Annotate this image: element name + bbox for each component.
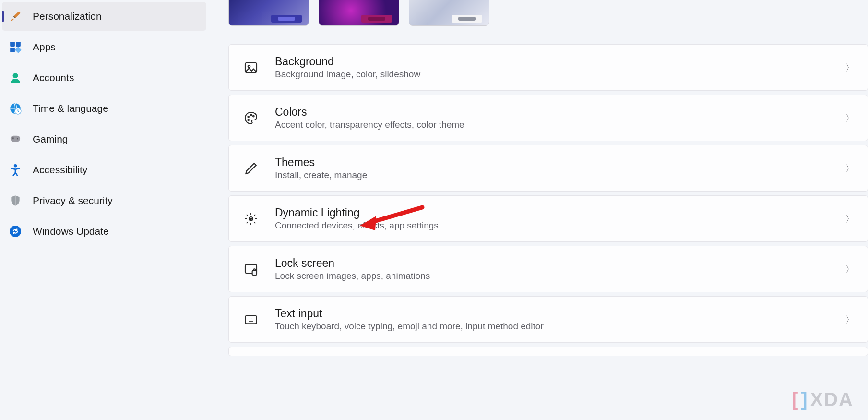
- chevron-right-icon: 〉: [845, 62, 854, 73]
- theme-thumbnail[interactable]: [409, 0, 489, 26]
- svg-rect-2: [10, 48, 15, 52]
- settings-card-text-input[interactable]: Text input Touch keyboard, voice typing,…: [228, 296, 868, 343]
- theme-thumbnail[interactable]: [228, 0, 309, 26]
- svg-line-27: [254, 215, 255, 216]
- lockscreen-icon: [242, 261, 260, 278]
- update-sync-icon: [9, 225, 22, 238]
- brush-icon: [9, 10, 22, 23]
- sidebar-item-label: Accounts: [33, 72, 74, 84]
- settings-card-partial[interactable]: [228, 347, 868, 356]
- svg-point-8: [12, 138, 14, 140]
- sidebar-item-label: Privacy & security: [33, 195, 113, 206]
- sidebar-item-accessibility[interactable]: Accessibility: [2, 156, 206, 184]
- card-title: Lock screen: [275, 257, 840, 270]
- card-title: Dynamic Lighting: [275, 206, 840, 219]
- svg-rect-12: [245, 62, 257, 72]
- card-description: Lock screen images, apps, animations: [275, 271, 840, 281]
- chevron-right-icon: 〉: [845, 213, 854, 225]
- settings-card-themes[interactable]: Themes Install, create, manage 〉: [228, 145, 868, 192]
- keyboard-icon: [242, 311, 260, 328]
- svg-point-9: [17, 138, 18, 140]
- sidebar-item-label: Personalization: [33, 11, 102, 22]
- settings-card-lock-screen[interactable]: Lock screen Lock screen images, apps, an…: [228, 246, 868, 292]
- svg-point-19: [250, 218, 252, 219]
- sidebar-item-label: Apps: [33, 41, 56, 53]
- theme-thumbnail[interactable]: [319, 0, 399, 26]
- apps-icon: [9, 40, 22, 54]
- sidebar-item-apps[interactable]: Apps: [2, 33, 206, 61]
- svg-point-10: [14, 164, 17, 168]
- card-description: Install, create, manage: [275, 170, 840, 180]
- settings-card-background[interactable]: Background Background image, color, slid…: [228, 44, 868, 91]
- svg-point-17: [248, 119, 249, 120]
- svg-line-24: [247, 215, 248, 216]
- sidebar-item-label: Accessibility: [33, 164, 87, 176]
- card-description: Background image, color, slideshow: [275, 69, 840, 80]
- svg-point-13: [248, 65, 250, 68]
- person-icon: [9, 71, 22, 84]
- sidebar-item-windows-update[interactable]: Windows Update: [2, 217, 206, 246]
- chevron-right-icon: 〉: [845, 264, 854, 275]
- card-title: Themes: [275, 156, 840, 169]
- chevron-right-icon: 〉: [845, 314, 854, 325]
- settings-sidebar: Personalization Apps Accounts Time & lan…: [0, 0, 211, 420]
- sidebar-item-label: Windows Update: [33, 226, 109, 237]
- settings-card-dynamic-lighting[interactable]: Dynamic Lighting Connected devices, effe…: [228, 195, 868, 242]
- palette-icon: [242, 109, 260, 127]
- svg-line-26: [247, 222, 248, 223]
- sidebar-item-gaming[interactable]: Gaming: [2, 125, 206, 154]
- svg-rect-29: [252, 270, 257, 275]
- chevron-right-icon: 〉: [845, 163, 854, 174]
- sidebar-item-label: Gaming: [33, 133, 68, 145]
- shield-icon: [9, 194, 22, 207]
- sidebar-item-accounts[interactable]: Accounts: [2, 63, 206, 92]
- gamepad-icon: [9, 132, 22, 146]
- svg-point-4: [13, 73, 18, 78]
- globe-clock-icon: [9, 102, 22, 115]
- sidebar-item-personalization[interactable]: Personalization: [2, 2, 206, 31]
- svg-rect-30: [245, 315, 256, 323]
- sparkle-icon: [242, 210, 260, 228]
- theme-thumbnails-row: [228, 0, 868, 26]
- card-description: Touch keyboard, voice typing, emoji and …: [275, 321, 840, 332]
- svg-rect-7: [11, 136, 20, 142]
- settings-card-colors[interactable]: Colors Accent color, transparency effect…: [228, 95, 868, 141]
- card-description: Connected devices, effects, app settings: [275, 220, 840, 231]
- sidebar-item-label: Time & language: [33, 103, 108, 114]
- svg-line-25: [254, 222, 255, 223]
- svg-point-15: [250, 114, 252, 116]
- card-title: Colors: [275, 106, 840, 119]
- pen-icon: [242, 160, 260, 177]
- card-title: Text input: [275, 307, 840, 320]
- picture-icon: [242, 59, 260, 76]
- svg-point-11: [10, 226, 21, 237]
- svg-rect-3: [15, 47, 22, 53]
- svg-rect-1: [16, 42, 21, 47]
- svg-rect-0: [10, 42, 15, 47]
- sidebar-item-privacy-security[interactable]: Privacy & security: [2, 186, 206, 215]
- settings-content: Background Background image, color, slid…: [211, 0, 868, 420]
- card-description: Accent color, transparency effects, colo…: [275, 120, 840, 130]
- sidebar-item-time-language[interactable]: Time & language: [2, 94, 206, 123]
- accessibility-icon: [9, 163, 22, 177]
- chevron-right-icon: 〉: [845, 112, 854, 124]
- svg-point-16: [253, 115, 254, 117]
- card-title: Background: [275, 55, 840, 68]
- svg-point-14: [248, 116, 249, 118]
